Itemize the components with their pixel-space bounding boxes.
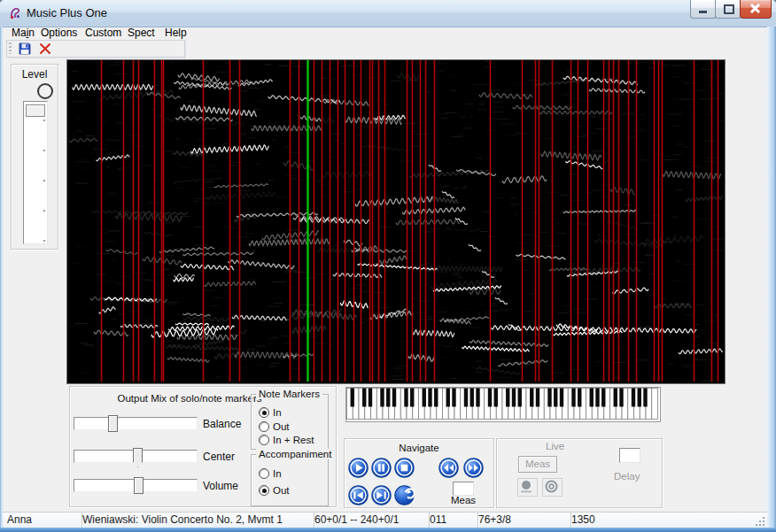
skip-end-button[interactable] [371,485,392,505]
piano-key-black-41[interactable] [595,389,599,407]
piano-key-black-24[interactable] [494,389,498,407]
live-meas-button[interactable]: Meas [518,456,557,473]
toolbar-gripper[interactable] [9,42,12,54]
status-tempo: 76+3/8 [474,513,571,528]
save-button[interactable] [18,42,34,56]
radio-icon [259,407,269,418]
piano-key-black-49[interactable] [643,389,647,407]
piano-key-black-19[interactable] [464,389,468,407]
minimize-button[interactable] [690,0,717,19]
piano-key-black-0[interactable] [351,389,354,407]
piano-key-black-28[interactable] [518,389,522,407]
live-group: Live Meas Delay [496,438,663,508]
volume-slider-thumb[interactable] [134,477,144,494]
status-piece: Wieniawski: Violin Concerto No. 2, Mvmt … [78,513,314,528]
balance-slider-thumb[interactable] [108,415,118,432]
stop-button[interactable] [394,458,415,478]
piano-key-black-6[interactable] [386,389,390,407]
record-button[interactable] [517,478,538,497]
center-label: Center [203,451,235,463]
piano-key-black-26[interactable] [506,389,509,407]
piano-key-black-48[interactable] [638,389,641,407]
piano-key-black-7[interactable] [392,389,396,407]
piano-key-black-45[interactable] [619,389,623,407]
piano-key-black-33[interactable] [547,389,551,407]
radio-label: Out [273,421,290,432]
piano-key-black-9[interactable] [404,389,407,407]
maximize-icon [724,4,734,14]
piano-key-white-51[interactable] [652,389,658,420]
play-button[interactable] [348,458,369,478]
menu-bar: Main Options Custom Spect Help [3,27,767,39]
piano-key-black-20[interactable] [470,389,474,407]
balance-label: Balance [203,418,241,430]
maximize-button[interactable] [715,0,741,19]
radio-icon [259,435,269,445]
piano-key-black-40[interactable] [590,389,594,407]
save-icon [18,42,32,56]
piano-key-black-30[interactable] [530,389,533,407]
piano-key-black-14[interactable] [434,389,438,407]
menu-item-help[interactable]: Help [165,27,187,39]
level-slider[interactable] [23,101,48,244]
piano-key-black-12[interactable] [423,389,426,407]
piano-key-black-47[interactable] [632,389,635,407]
return-icon [394,485,415,505]
menu-item-spect[interactable]: Spect [128,27,155,39]
menu-item-main[interactable]: Main [12,27,35,39]
piano-key-black-10[interactable] [410,389,414,407]
piano-key-black-17[interactable] [452,389,455,407]
center-slider-thumb[interactable] [133,448,143,467]
piano-key-black-42[interactable] [601,389,605,407]
return-button[interactable] [394,485,415,505]
loop-button[interactable] [542,478,563,497]
resize-grip[interactable] [755,516,764,526]
window-border-bottom [0,528,776,532]
menu-item-options[interactable]: Options [41,27,77,39]
delay-input[interactable] [619,448,640,463]
rewind-icon [438,458,459,478]
delete-x-icon [38,42,52,56]
minimize-icon [699,11,707,13]
volume-slider[interactable] [74,479,198,492]
piano-key-black-5[interactable] [380,389,384,407]
level-indicator [37,83,53,99]
live-title: Live [546,441,564,451]
piano-key-black-31[interactable] [536,389,539,407]
status-number: 1350 [567,513,756,528]
piano-key-black-27[interactable] [512,389,516,407]
piano-key-black-35[interactable] [560,389,563,407]
piano-key-black-2[interactable] [362,389,366,407]
accompaniment-group: Accompaniment In Out [251,454,329,506]
level-slider-thumb[interactable] [26,104,45,117]
center-slider[interactable] [74,450,198,463]
menu-item-custom[interactable]: Custom [85,27,121,39]
delete-button[interactable] [38,42,54,56]
radio-label: In [273,407,282,418]
close-button[interactable] [740,0,772,19]
spectrogram-canvas[interactable] [67,60,723,382]
piano-key-black-38[interactable] [578,389,581,407]
play-icon [348,458,369,478]
rewind-button[interactable] [438,458,459,478]
piano-keyboard [345,387,661,422]
piano-key-black-21[interactable] [476,389,479,407]
window: Music Plus One Main Options Custom Spect… [0,0,776,532]
skip-start-button[interactable] [348,485,369,505]
pause-button[interactable] [371,458,392,478]
piano-key-black-34[interactable] [554,389,557,407]
piano-key-black-3[interactable] [369,389,372,407]
window-title: Music Plus One [27,6,107,19]
piano-key-black-23[interactable] [488,389,492,407]
piano-key-black-16[interactable] [446,389,450,407]
window-border-right [767,27,776,532]
skipstart-icon [348,485,369,505]
balance-slider[interactable] [74,417,198,430]
meas-input[interactable] [453,482,474,496]
piano-key-black-37[interactable] [571,389,575,407]
forward-button[interactable] [463,458,484,478]
title-bar[interactable]: Music Plus One [0,0,776,27]
piano-key-black-44[interactable] [614,389,617,407]
piano-key-black-13[interactable] [428,389,431,407]
loop-icon [543,479,560,494]
